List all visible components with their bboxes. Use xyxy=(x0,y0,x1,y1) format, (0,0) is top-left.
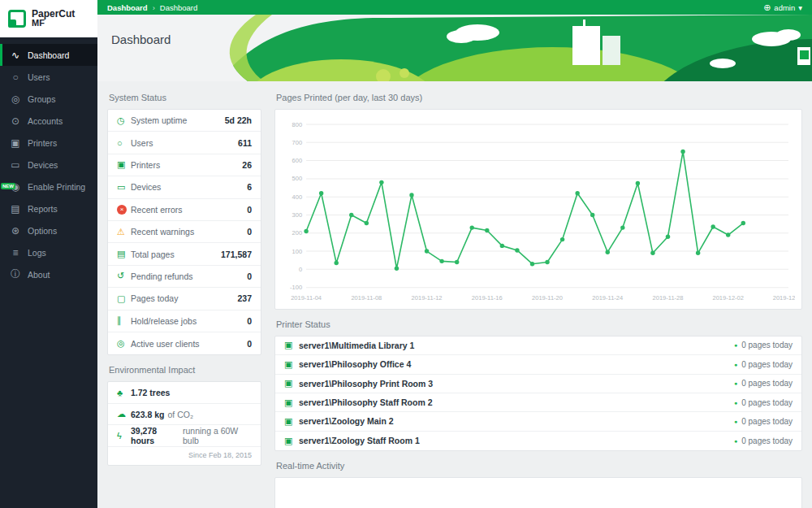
printer-link[interactable]: server1\Multimedia Library 1 xyxy=(299,341,734,350)
logs-icon: ≡ xyxy=(10,247,21,258)
sidebar-item-about[interactable]: ⓘAbout xyxy=(0,263,97,285)
sidebar-item-label: Reports xyxy=(28,204,58,214)
topbar: Dashboard›Dashboard ⊕ admin ▾ xyxy=(97,0,812,15)
sidebar-item-devices[interactable]: ▭Devices xyxy=(0,154,97,176)
warning-icon: ⚠ xyxy=(117,227,131,237)
sidebar-item-label: Groups xyxy=(28,94,55,104)
environment-row: ☁623.8 kgof CO₂ xyxy=(108,404,261,426)
status-row: ↺Pending refunds0 xyxy=(108,266,261,288)
sidebar-item-users[interactable]: ○Users xyxy=(0,66,97,88)
page-icon: ▢ xyxy=(117,293,131,304)
status-value: 6 xyxy=(247,182,252,192)
status-row: ∥Hold/release jobs0 xyxy=(108,310,261,332)
status-value: 5d 22h xyxy=(225,115,252,125)
status-row: ⚠Recent warnings0 xyxy=(108,221,261,243)
printer-row: ▣server1\Philosophy Staff Room 2●0 pages… xyxy=(275,393,801,412)
status-label: Pending refunds xyxy=(131,271,247,281)
sidebar-item-groups[interactable]: ◎Groups xyxy=(0,88,97,110)
breadcrumb-item[interactable]: Dashboard xyxy=(107,3,148,12)
user-menu-label: admin xyxy=(774,3,795,12)
refund-icon: ↺ xyxy=(117,271,131,281)
about-icon: ⓘ xyxy=(10,267,21,281)
sidebar-item-accounts[interactable]: ⊙Accounts xyxy=(0,110,97,132)
environment-value: 39,278 hours xyxy=(131,426,179,445)
sidebar-item-label: Printers xyxy=(28,138,57,148)
sidebar-item-label: Dashboard xyxy=(28,50,69,60)
sidebar-item-label: About xyxy=(28,270,50,280)
printer-icon: ▣ xyxy=(284,416,299,427)
svg-text:200: 200 xyxy=(292,229,303,237)
printer-row: ▣server1\Zoology Staff Room 1●0 pages to… xyxy=(275,432,801,450)
svg-text:300: 300 xyxy=(292,211,303,219)
status-dot-icon: ● xyxy=(734,342,737,348)
printer-row: ▣server1\Philosophy Office 4●0 pages tod… xyxy=(275,355,801,374)
hold-icon: ∥ xyxy=(117,315,131,326)
status-label: Active user clients xyxy=(131,339,247,349)
sidebar-item-logs[interactable]: ≡Logs xyxy=(0,241,97,263)
sidebar-item-dashboard[interactable]: ∿Dashboard xyxy=(0,44,97,66)
printer-link[interactable]: server1\Philosophy Office 4 xyxy=(299,359,734,369)
environment-unit: of CO₂ xyxy=(167,410,193,419)
status-label: System uptime xyxy=(131,115,225,125)
status-label: Recent errors xyxy=(131,205,247,215)
users-icon: ○ xyxy=(10,72,21,83)
status-value: 0 xyxy=(247,205,252,215)
status-label: Devices xyxy=(131,182,247,192)
printer-link[interactable]: server1\Philosophy Print Room 3 xyxy=(299,379,734,389)
printer-icon: ▣ xyxy=(284,359,299,370)
status-row: ×Recent errors0 xyxy=(108,199,261,221)
tree-icon: ♣ xyxy=(117,388,131,397)
pages-icon: ▤ xyxy=(117,249,131,259)
co2-icon: ☁ xyxy=(117,409,131,419)
status-value: 237 xyxy=(237,293,252,303)
sidebar-item-options[interactable]: ⊛Options xyxy=(0,219,97,241)
status-row: ▤Total pages171,587 xyxy=(108,243,261,265)
error-icon: × xyxy=(117,205,127,215)
status-value: 0 xyxy=(247,227,252,237)
status-value: 0 xyxy=(247,271,252,281)
system-status-card: ◷System uptime5d 22h○Users611▣Printers26… xyxy=(107,109,261,355)
status-row: ○Users611 xyxy=(108,132,261,154)
user-menu[interactable]: ⊕ admin ▾ xyxy=(763,2,802,13)
svg-text:700: 700 xyxy=(292,139,303,146)
svg-text:-100: -100 xyxy=(290,284,302,291)
sidebar: PaperCut MF ∿Dashboard○Users◎Groups⊙Acco… xyxy=(0,0,97,508)
svg-text:2019-11-16: 2019-11-16 xyxy=(472,294,503,302)
app-logo: PaperCut MF xyxy=(0,0,97,37)
status-label: Hold/release jobs xyxy=(131,316,247,326)
sidebar-item-label: Logs xyxy=(28,248,46,258)
printer-status-heading: Printer Status xyxy=(276,319,802,329)
sidebar-nav: ∿Dashboard○Users◎Groups⊙Accounts▣Printer… xyxy=(0,44,97,285)
svg-text:2019-11-12: 2019-11-12 xyxy=(412,294,443,302)
printer-link[interactable]: server1\Philosophy Staff Room 2 xyxy=(299,397,734,407)
accounts-icon: ⊙ xyxy=(10,115,21,127)
environment-row: ♣1.72 trees xyxy=(108,382,261,404)
printer-icon: ▣ xyxy=(117,159,131,170)
breadcrumb-separator: › xyxy=(153,3,155,12)
svg-text:600: 600 xyxy=(292,157,303,164)
status-dot-icon: ● xyxy=(734,419,737,424)
sidebar-item-label: Options xyxy=(28,226,57,236)
sidebar-item-printers[interactable]: ▣Printers xyxy=(0,132,97,154)
sidebar-item-enable-printing[interactable]: NEW◉Enable Printing xyxy=(0,176,97,198)
main-area: Dashboard›Dashboard ⊕ admin ▾ xyxy=(97,0,812,508)
options-icon: ⊛ xyxy=(10,225,21,237)
printer-link[interactable]: server1\Zoology Main 2 xyxy=(299,416,734,426)
sidebar-item-reports[interactable]: ▤Reports xyxy=(0,198,97,219)
header-banner: Dashboard xyxy=(97,15,812,81)
printer-row: ▣server1\Multimedia Library 1●0 pages to… xyxy=(275,336,801,355)
groups-icon: ◎ xyxy=(10,93,21,105)
printer-pages-today: 0 pages today xyxy=(741,341,793,350)
svg-text:800: 800 xyxy=(292,121,303,128)
printer-pages-today: 0 pages today xyxy=(741,360,793,369)
status-value: 0 xyxy=(247,339,252,349)
page-title: Dashboard xyxy=(111,33,171,46)
printer-icon: ▣ xyxy=(284,378,299,389)
breadcrumb: Dashboard›Dashboard xyxy=(107,3,197,12)
breadcrumb-item[interactable]: Dashboard xyxy=(160,3,197,12)
new-badge: NEW xyxy=(1,183,15,189)
printer-link[interactable]: server1\Zoology Staff Room 1 xyxy=(299,436,734,445)
left-column: System Status ◷System uptime5d 22h○Users… xyxy=(107,83,261,508)
status-label: Pages today xyxy=(131,293,237,303)
svg-text:2019-11-24: 2019-11-24 xyxy=(592,294,623,302)
